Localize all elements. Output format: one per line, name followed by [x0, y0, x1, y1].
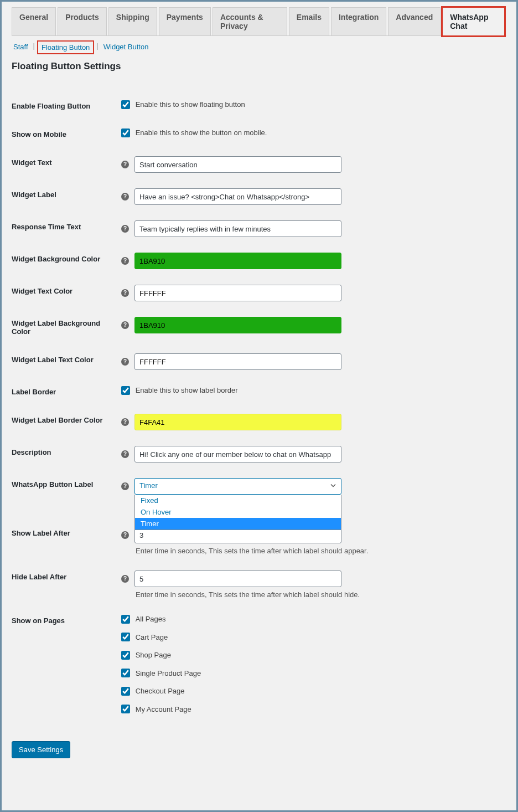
tab-accounts-privacy[interactable]: Accounts & Privacy — [213, 7, 287, 35]
checkbox-label: Enable this to show floating button — [136, 100, 245, 109]
field-description: Enter time in seconds, This sets the tim… — [136, 590, 501, 599]
field-description: Enter time in seconds, This sets the tim… — [136, 547, 501, 555]
checkbox-label: Checkout Page — [136, 687, 185, 695]
help-icon[interactable]: ? — [121, 531, 129, 539]
label-widget-label-text-color: Widget Label Text Color — [12, 346, 121, 378]
chevron-down-icon — [330, 482, 336, 491]
input-response-time-text[interactable] — [134, 220, 341, 237]
select-option-timer[interactable]: Timer — [135, 518, 341, 530]
input-hide-label-after[interactable] — [134, 571, 341, 587]
help-icon[interactable]: ? — [121, 418, 129, 426]
label-widget-text: Widget Text — [12, 148, 121, 181]
select-value: Timer — [139, 481, 158, 490]
checkbox-label-border[interactable] — [121, 386, 130, 395]
checkbox-label: Single Product Page — [136, 669, 201, 677]
label-description: Description — [12, 438, 121, 470]
help-icon[interactable]: ? — [121, 289, 129, 297]
tab-whatsapp-chat[interactable]: WhatsApp Chat — [442, 7, 505, 36]
settings-form: Enable Floating Button Enable this to sh… — [12, 92, 506, 730]
checkbox-label: Shop Page — [136, 651, 171, 659]
tab-advanced[interactable]: Advanced — [388, 7, 441, 35]
select-option-fixed[interactable]: Fixed — [135, 495, 341, 506]
separator: | — [96, 42, 98, 53]
tab-products[interactable]: Products — [58, 7, 107, 35]
checkbox-all-pages[interactable] — [121, 615, 130, 624]
help-icon[interactable]: ? — [121, 225, 129, 233]
input-widget-text[interactable] — [134, 156, 341, 173]
input-widget-label-text-color[interactable] — [134, 353, 341, 370]
label-widget-label-border-color: Widget Label Border Color — [12, 406, 121, 438]
tab-payments[interactable]: Payments — [159, 7, 211, 35]
help-icon[interactable]: ? — [121, 321, 129, 329]
checkbox-label: Cart Page — [136, 633, 168, 641]
input-description[interactable] — [134, 446, 341, 462]
checkbox-label: My Account Page — [136, 705, 191, 713]
separator: | — [33, 42, 35, 53]
select-option-on-hover[interactable]: On Hover — [135, 506, 341, 518]
input-widget-label-border-color[interactable] — [134, 414, 341, 430]
tab-general[interactable]: General — [12, 7, 56, 35]
checkbox-checkout-page[interactable] — [121, 687, 130, 696]
label-widget-label-bg-color: Widget Label Background Color — [12, 309, 121, 346]
label-whatsapp-button-label: WhatsApp Button Label — [12, 470, 121, 502]
checkbox-my-account-page[interactable] — [121, 705, 130, 713]
help-icon[interactable]: ? — [121, 450, 129, 458]
select-dropdown: Fixed On Hover Timer — [134, 495, 341, 530]
label-enable-floating-button: Enable Floating Button — [12, 92, 121, 120]
help-icon[interactable]: ? — [121, 358, 129, 366]
main-tabs: General Products Shipping Payments Accou… — [12, 7, 506, 36]
label-response-time-text: Response Time Text — [12, 213, 121, 245]
tab-shipping[interactable]: Shipping — [108, 7, 157, 35]
input-widget-label[interactable] — [134, 188, 341, 205]
save-settings-button[interactable]: Save Settings — [12, 741, 70, 758]
input-widget-text-color[interactable] — [134, 285, 341, 301]
help-icon[interactable]: ? — [121, 575, 129, 583]
checkbox-show-on-mobile[interactable] — [121, 129, 130, 137]
sub-tabs: Staff | Floating Button | Widget Button — [12, 42, 506, 53]
section-title: Floating Button Settings — [12, 61, 506, 72]
checkbox-enable-floating-button[interactable] — [121, 100, 130, 109]
label-label-border: Label Border — [12, 378, 121, 406]
checkbox-label: All Pages — [136, 615, 166, 623]
tab-integration[interactable]: Integration — [331, 7, 386, 35]
subtab-floating-button[interactable]: Floating Button — [38, 42, 93, 53]
subtab-staff[interactable]: Staff — [12, 42, 30, 53]
checkbox-shop-page[interactable] — [121, 651, 130, 660]
tab-emails[interactable]: Emails — [289, 7, 329, 35]
checkbox-label: Enable this to show label border — [136, 386, 238, 394]
checkbox-label: Enable this to show the button on mobile… — [136, 129, 267, 137]
label-show-on-pages: Show on Pages — [12, 607, 121, 730]
label-hide-label-after: Hide Label After — [12, 563, 121, 607]
checkbox-single-product-page[interactable] — [121, 669, 130, 677]
label-widget-label: Widget Label — [12, 181, 121, 213]
checkbox-cart-page[interactable] — [121, 633, 130, 641]
label-widget-bg-color: Widget Background Color — [12, 245, 121, 277]
input-widget-label-bg-color[interactable] — [134, 317, 341, 333]
subtab-widget-button[interactable]: Widget Button — [102, 42, 151, 53]
label-show-label-after: Show Label After — [12, 502, 121, 563]
label-show-on-mobile: Show on Mobile — [12, 120, 121, 148]
select-whatsapp-button-label[interactable]: Timer — [134, 478, 341, 495]
help-icon[interactable]: ? — [121, 193, 129, 201]
input-widget-bg-color[interactable] — [134, 253, 341, 269]
help-icon[interactable]: ? — [121, 161, 129, 168]
label-widget-text-color: Widget Text Color — [12, 277, 121, 309]
help-icon[interactable]: ? — [121, 257, 129, 265]
help-icon[interactable]: ? — [121, 482, 129, 490]
